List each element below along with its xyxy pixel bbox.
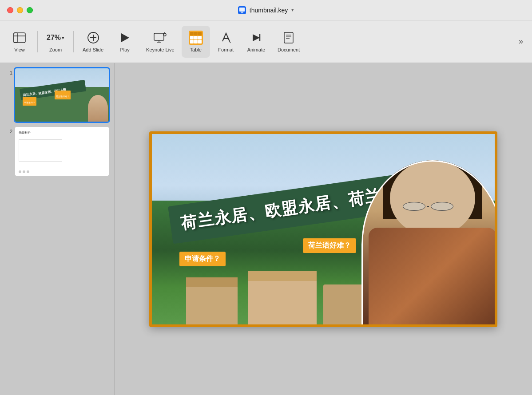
title-area: thumbnail.key ▾ xyxy=(238,6,294,14)
dot-2 xyxy=(23,170,25,173)
animate-icon xyxy=(249,31,263,45)
keynote-app-icon xyxy=(238,6,246,14)
person-cutout xyxy=(361,160,495,324)
table-button[interactable]: Table xyxy=(182,26,210,58)
minimize-button[interactable] xyxy=(17,7,23,13)
building-1 xyxy=(186,281,238,324)
toolbar: View 27% ▾ Zoom Add Slide Play xyxy=(0,20,532,63)
person-shape xyxy=(361,160,495,324)
play-label: Play xyxy=(120,47,129,52)
zoom-label: Zoom xyxy=(49,47,62,52)
svg-marker-18 xyxy=(253,34,260,41)
dot-3 xyxy=(27,170,29,173)
person-head xyxy=(390,160,475,236)
building-2 xyxy=(248,275,316,324)
add-slide-button[interactable]: Add Slide xyxy=(77,26,109,58)
tag-shenqing: 申请条件？ xyxy=(179,252,226,266)
format-icon xyxy=(219,31,233,45)
document-label: Document xyxy=(278,47,300,52)
maximize-button[interactable] xyxy=(27,7,33,13)
glasses-right xyxy=(431,202,453,211)
canvas-area[interactable]: 荷兰永居、欧盟永居、荷兰入籍 申请条件？ 荷兰语好难？ xyxy=(115,63,532,395)
glasses-left xyxy=(403,202,425,211)
table-icon xyxy=(189,31,203,45)
slide-thumb-2: 先是标件 xyxy=(15,127,109,176)
svg-line-17 xyxy=(229,40,230,43)
keynote-live-icon xyxy=(153,31,167,45)
table-label: Table xyxy=(190,47,202,52)
svg-rect-20 xyxy=(284,32,293,43)
slide-canvas: 荷兰永居、欧盟永居、荷兰入籍 申请条件？ 荷兰语好难？ xyxy=(149,131,497,327)
play-icon xyxy=(118,31,132,45)
zoom-value: 27% xyxy=(47,34,61,42)
tag-helan-text: 荷兰语好难？ xyxy=(308,241,351,249)
add-slide-label: Add Slide xyxy=(83,47,103,52)
document-button[interactable]: Document xyxy=(272,26,305,58)
slide-thumb-1: 荷兰永居、欧盟永居、荷兰入籍 申请条件？ 荷兰语好难？ xyxy=(15,68,109,122)
tag-shenqing-text: 申请条件？ xyxy=(185,255,220,262)
svg-rect-5 xyxy=(14,33,17,43)
tag-helan: 荷兰语好难？ xyxy=(303,238,356,253)
thumb2-dots xyxy=(19,170,29,173)
separator-2 xyxy=(73,31,74,52)
view-button[interactable]: View xyxy=(5,26,34,58)
format-label: Format xyxy=(218,47,234,52)
window-title: thumbnail.key xyxy=(250,7,288,14)
separator-1 xyxy=(37,31,38,52)
zoom-button[interactable]: 27% ▾ Zoom xyxy=(41,26,70,58)
add-slide-icon xyxy=(86,31,100,45)
more-button[interactable]: » xyxy=(515,33,527,50)
animate-button[interactable]: Animate xyxy=(242,26,270,58)
glasses-bridge xyxy=(427,206,429,207)
slide-item-2[interactable]: 2 先是标件 xyxy=(4,125,111,178)
slide-item-1[interactable]: 1 荷兰永居、欧盟永居、荷兰入籍 申请条件？ xyxy=(4,67,111,123)
main-area: 1 荷兰永居、欧盟永居、荷兰入籍 申请条件？ xyxy=(0,63,532,395)
document-icon xyxy=(282,31,296,45)
svg-marker-10 xyxy=(121,33,129,42)
svg-rect-4 xyxy=(14,33,25,43)
keynote-live-button[interactable]: Keynote Live xyxy=(141,26,180,58)
traffic-lights xyxy=(7,7,33,13)
slide-number-1: 1 xyxy=(5,70,12,75)
dot-1 xyxy=(19,170,21,173)
close-button[interactable] xyxy=(7,7,13,13)
animate-label: Animate xyxy=(247,47,265,52)
view-label: View xyxy=(14,47,25,52)
slide-number-2: 2 xyxy=(5,129,12,134)
slide-panel: 1 荷兰永居、欧盟永居、荷兰入籍 申请条件？ xyxy=(0,63,115,395)
keynote-live-label: Keynote Live xyxy=(146,47,175,52)
slide-background: 荷兰永居、欧盟永居、荷兰入籍 申请条件？ 荷兰语好难？ xyxy=(152,134,495,324)
roof-2 xyxy=(248,271,316,281)
titlebar: thumbnail.key ▾ xyxy=(0,0,532,20)
format-button[interactable]: Format xyxy=(212,26,240,58)
roof-1 xyxy=(186,277,238,287)
zoom-icon: 27% ▾ xyxy=(48,31,63,45)
person-body xyxy=(369,228,495,324)
svg-rect-1 xyxy=(239,8,245,12)
thumb2-content-box xyxy=(19,139,62,162)
view-icon xyxy=(12,31,27,45)
svg-rect-11 xyxy=(154,33,164,40)
title-chevron-icon[interactable]: ▾ xyxy=(291,7,294,13)
play-button[interactable]: Play xyxy=(111,26,139,58)
thumb2-title-text: 先是标件 xyxy=(19,130,105,135)
